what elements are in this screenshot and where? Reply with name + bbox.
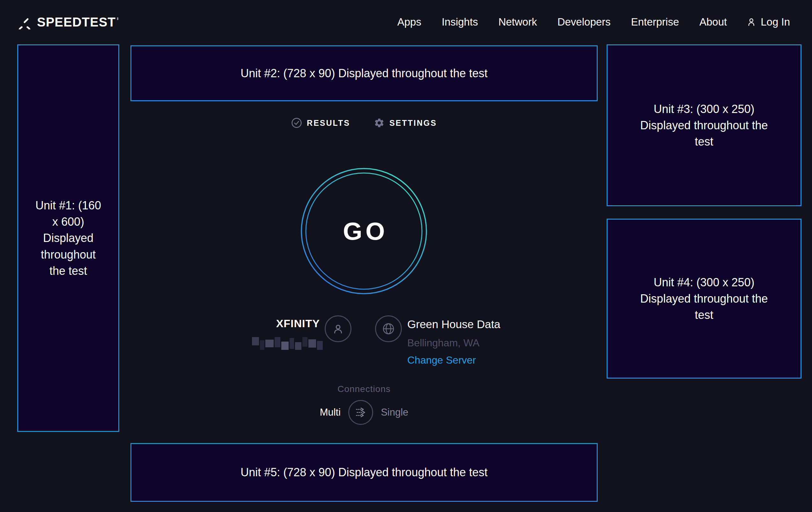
ad-unit-3-text: Unit #3: (300 x 250) Displayed throughou… [636, 101, 773, 150]
ad-unit-1-text: Unit #1: (160 x 600) Displayed throughou… [32, 197, 105, 279]
check-circle-icon [291, 117, 302, 128]
change-server-link[interactable]: Change Server [407, 354, 476, 366]
trademark-mark [117, 17, 118, 20]
view-tabs: RESULTS SETTINGS [130, 117, 598, 128]
main-nav: Apps Insights Network Developers Enterpr… [397, 16, 790, 28]
ad-unit-5-text: Unit #5: (728 x 90) Displayed throughout… [240, 464, 487, 480]
globe-icon [381, 322, 396, 336]
isp-name: XFINITY [276, 317, 320, 330]
connections-toggle: Multi Single [130, 400, 598, 425]
tab-settings-label: SETTINGS [389, 118, 437, 128]
logo-text: SPEEDTEST [37, 15, 116, 29]
person-icon [747, 17, 757, 27]
top-nav-bar: SPEEDTEST Apps Insights Network Develope… [0, 0, 812, 44]
isp-avatar [325, 315, 351, 342]
speedometer-logo-icon [17, 15, 32, 29]
server-globe-badge [375, 315, 402, 342]
server-location: Bellingham, WA [407, 337, 480, 349]
redacted-ip-address [252, 337, 323, 350]
speedtest-page: SPEEDTEST Apps Insights Network Develope… [0, 0, 812, 512]
server-name: Green House Data [407, 318, 500, 331]
connections-option-multi[interactable]: Multi [320, 407, 341, 418]
nav-item-apps[interactable]: Apps [397, 16, 421, 28]
tab-results[interactable]: RESULTS [291, 117, 350, 128]
person-icon [332, 322, 344, 335]
nav-item-developers[interactable]: Developers [557, 16, 611, 28]
logo[interactable]: SPEEDTEST [17, 15, 118, 29]
login-button[interactable]: Log In [747, 16, 790, 28]
go-button[interactable]: GO [297, 164, 431, 298]
nav-item-enterprise[interactable]: Enterprise [631, 16, 679, 28]
nav-item-insights[interactable]: Insights [442, 16, 478, 28]
nav-item-about[interactable]: About [699, 16, 727, 28]
tab-results-label: RESULTS [307, 118, 350, 128]
login-label: Log In [761, 16, 790, 28]
ad-unit-3-rectangle: Unit #3: (300 x 250) Displayed throughou… [607, 44, 802, 206]
tab-settings[interactable]: SETTINGS [374, 117, 437, 128]
connections-heading: Connections [130, 384, 598, 394]
multi-arrows-icon [353, 405, 368, 420]
connections-option-single[interactable]: Single [381, 407, 408, 418]
ad-unit-4-text: Unit #4: (300 x 250) Displayed throughou… [636, 274, 773, 323]
go-button-label: GO [340, 217, 388, 246]
nav-item-network[interactable]: Network [498, 16, 537, 28]
ad-unit-2-leaderboard: Unit #2: (728 x 90) Displayed throughout… [130, 45, 598, 101]
ad-unit-1-skyscraper: Unit #1: (160 x 600) Displayed throughou… [17, 44, 119, 432]
gear-icon [374, 117, 385, 128]
ad-unit-2-text: Unit #2: (728 x 90) Displayed throughout… [240, 65, 487, 81]
ad-unit-5-leaderboard: Unit #5: (728 x 90) Displayed throughout… [130, 443, 598, 502]
connection-mode-icon[interactable] [348, 400, 373, 425]
ad-unit-4-rectangle: Unit #4: (300 x 250) Displayed throughou… [607, 219, 802, 379]
